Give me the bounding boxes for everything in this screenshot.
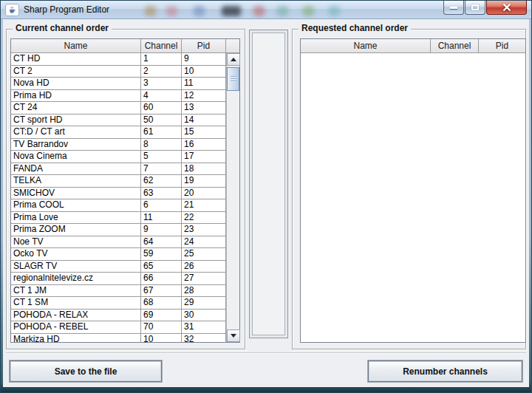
cell-pid: 23 xyxy=(182,224,226,236)
cell-name: CT 2 xyxy=(11,66,141,78)
cell-channel: 6 xyxy=(141,199,182,211)
table-row[interactable]: Prima COOL621 xyxy=(11,199,226,212)
cell-name: Nova HD xyxy=(11,78,141,89)
table-row[interactable]: SMICHOV6320 xyxy=(11,188,226,200)
cell-channel: 4 xyxy=(141,90,182,102)
cell-pid: 16 xyxy=(182,139,226,151)
cell-pid: 19 xyxy=(182,175,226,187)
table-row[interactable]: Prima Love1122 xyxy=(11,212,226,225)
cell-channel: 50 xyxy=(141,115,182,126)
transfer-panel-inner xyxy=(252,33,285,335)
maximize-button[interactable] xyxy=(465,1,485,15)
cell-channel: 69 xyxy=(141,310,182,321)
column-header-pid[interactable]: Pid xyxy=(479,39,525,53)
table-row[interactable]: FANDA718 xyxy=(11,163,226,176)
cell-channel: 2 xyxy=(141,66,182,78)
table-row[interactable]: CT HD19 xyxy=(11,53,226,66)
window-controls xyxy=(443,1,527,15)
table-row[interactable]: TELKA6219 xyxy=(11,175,226,188)
triangle-down-icon xyxy=(231,334,236,338)
table-row[interactable]: POHODA - REBEL7031 xyxy=(11,321,226,334)
cell-pid: 26 xyxy=(182,261,226,273)
cell-pid: 17 xyxy=(182,151,226,163)
table-row[interactable]: CT sport HD5014 xyxy=(11,115,226,127)
cell-pid: 20 xyxy=(182,188,226,199)
table-body: CT HD19CT 2210Nova HD311Prima HD412CT 24… xyxy=(11,53,226,342)
header-corner xyxy=(226,39,239,53)
table-row[interactable]: Nova Cinema517 xyxy=(11,151,226,163)
cell-channel: 61 xyxy=(141,126,182,138)
requested-channel-order-group: Requested channel order Name Channel Pid xyxy=(292,29,526,349)
table-row[interactable]: CT:D / CT art6115 xyxy=(11,126,226,139)
cell-pid: 30 xyxy=(182,310,226,321)
vertical-scrollbar[interactable] xyxy=(226,53,239,342)
table-row[interactable]: CT 2210 xyxy=(11,66,226,78)
table-row[interactable]: Ocko TV5925 xyxy=(11,248,226,261)
minimize-button[interactable] xyxy=(443,1,464,15)
cell-channel: 8 xyxy=(141,139,182,151)
cell-pid: 9 xyxy=(182,53,226,65)
table-row[interactable]: Prima ZOOM923 xyxy=(11,224,226,236)
cell-channel: 70 xyxy=(141,321,182,333)
column-header-channel[interactable]: Channel xyxy=(431,39,479,53)
cell-name: CT 1 JM xyxy=(11,285,141,297)
current-group-title: Current channel order xyxy=(13,23,112,33)
table-header: Name Channel Pid xyxy=(11,39,239,53)
cell-name: SMICHOV xyxy=(11,188,141,199)
cell-channel: 3 xyxy=(141,78,182,89)
table-header: Name Channel Pid xyxy=(301,39,525,53)
cell-pid: 28 xyxy=(182,285,226,297)
table-row[interactable]: regionalnitelevize.cz6627 xyxy=(11,273,226,285)
cell-channel: 5 xyxy=(141,151,182,163)
table-row[interactable]: Markiza HD1032 xyxy=(11,334,226,343)
cell-name: CT 24 xyxy=(11,102,141,114)
column-header-pid[interactable]: Pid xyxy=(182,39,226,53)
cell-pid: 12 xyxy=(182,90,226,102)
cell-pid: 29 xyxy=(182,297,226,309)
table-row[interactable]: CT 246013 xyxy=(11,102,226,115)
cell-name: CT sport HD xyxy=(11,115,141,126)
app-window: Sharp Program Editor Current channel ord… xyxy=(0,0,532,393)
cell-name: Ocko TV xyxy=(11,248,141,260)
scrollbar-thumb[interactable] xyxy=(227,67,239,91)
cell-channel: 10 xyxy=(141,334,182,343)
table-row[interactable]: POHODA - RELAX6930 xyxy=(11,310,226,322)
cell-pid: 27 xyxy=(182,273,226,284)
cell-channel: 11 xyxy=(141,212,182,224)
cell-channel: 62 xyxy=(141,175,182,187)
cell-name: TV Barrandov xyxy=(11,139,141,151)
requested-group-title: Requested channel order xyxy=(299,23,411,33)
close-icon xyxy=(502,4,511,11)
cell-pid: 18 xyxy=(182,163,226,175)
table-row[interactable]: CT 1 JM6728 xyxy=(11,285,226,298)
java-coffee-cup-icon[interactable] xyxy=(5,4,19,16)
renumber-button[interactable]: Renumber channels xyxy=(368,360,522,382)
cell-name: Prima COOL xyxy=(11,199,141,211)
save-button[interactable]: Save to the file xyxy=(10,360,162,382)
cell-channel: 9 xyxy=(141,224,182,236)
cell-channel: 1 xyxy=(141,53,182,65)
cell-name: CT HD xyxy=(11,53,141,65)
window-title: Sharp Program Editor xyxy=(24,4,109,15)
client-area: Current channel order Name Channel Pid C… xyxy=(3,19,529,387)
table-row[interactable]: Nova HD311 xyxy=(11,78,226,90)
cell-pid: 31 xyxy=(182,321,226,333)
cell-channel: 59 xyxy=(141,248,182,260)
table-row[interactable]: SLAGR TV6526 xyxy=(11,261,226,273)
cell-name: regionalnitelevize.cz xyxy=(11,273,141,284)
close-button[interactable] xyxy=(486,1,527,15)
cell-pid: 11 xyxy=(182,78,226,89)
scroll-down-button[interactable] xyxy=(227,329,240,342)
table-row[interactable]: Noe TV6424 xyxy=(11,236,226,249)
current-channel-order-group: Current channel order Name Channel Pid C… xyxy=(6,29,245,349)
table-row[interactable]: Prima HD412 xyxy=(11,90,226,103)
column-header-name[interactable]: Name xyxy=(301,39,431,53)
cell-name: POHODA - REBEL xyxy=(11,321,141,333)
table-row[interactable]: CT 1 SM6829 xyxy=(11,297,226,310)
cell-name: FANDA xyxy=(11,163,141,175)
column-header-name[interactable]: Name xyxy=(11,39,141,53)
cell-name: Markiza HD xyxy=(11,334,141,343)
scroll-up-button[interactable] xyxy=(227,53,240,66)
column-header-channel[interactable]: Channel xyxy=(141,39,182,53)
table-row[interactable]: TV Barrandov816 xyxy=(11,139,226,151)
